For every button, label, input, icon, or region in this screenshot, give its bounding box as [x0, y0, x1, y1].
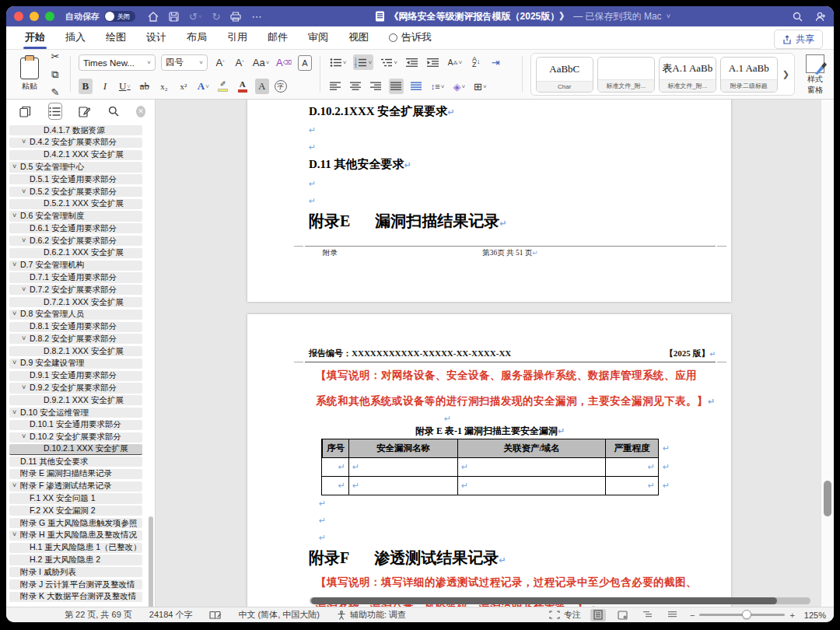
outline-item[interactable]: 附录 F 渗透测试结果记录: [9, 481, 142, 492]
outline-item[interactable]: F.2 XX 安全漏洞 2: [9, 506, 142, 516]
outline-item[interactable]: D.6 安全管理制度: [9, 211, 142, 221]
grow-font-button[interactable]: Aˆ: [213, 55, 227, 71]
chevron-down-icon[interactable]: [22, 335, 30, 343]
strikethrough-button[interactable]: ab: [138, 79, 152, 94]
chevron-down-icon[interactable]: [12, 310, 20, 318]
outline-item[interactable]: 附录 I 威胁列表: [9, 567, 142, 577]
focus-mode-button[interactable]: 专注: [549, 609, 581, 621]
cut-icon[interactable]: ✂: [48, 49, 62, 65]
accessibility-status[interactable]: 辅助功能: 调查: [337, 609, 406, 621]
table-row[interactable]: ↵ ↵ ↵ ↵: [322, 476, 658, 495]
outline-item[interactable]: D.6.2.1 XXX 安全扩展: [9, 248, 142, 258]
document-page-1[interactable]: D.10.2.1XXX 安全扩展要求↵ ↵ ↵ D.11 其他安全要求↵ ↵ ↵…: [247, 100, 731, 302]
zoom-out-icon[interactable]: −: [690, 611, 695, 620]
ribbon-tab[interactable]: 审阅: [299, 26, 338, 49]
ribbon-tab[interactable]: 告诉我: [380, 26, 441, 49]
character-shading-button[interactable]: A: [255, 79, 269, 94]
outline-item[interactable]: D.10.2 安全扩展要求部分: [9, 432, 142, 443]
underline-button[interactable]: U˅: [117, 79, 132, 94]
outline-item[interactable]: 附录 J 云计算平台测评及整改情: [9, 579, 142, 590]
justify-button[interactable]: [389, 79, 404, 94]
ribbon-tab[interactable]: 邮件: [258, 26, 297, 49]
line-spacing-button[interactable]: ↕≡˅: [429, 79, 446, 94]
chevron-down-icon[interactable]: [22, 433, 30, 441]
outline-item[interactable]: D.8 安全管理人员: [9, 310, 142, 320]
outline-item[interactable]: D.4.1.7 数据资源: [9, 125, 142, 135]
outline-item[interactable]: D.11 其他安全要求: [9, 457, 142, 467]
increase-indent-button[interactable]: [425, 54, 441, 70]
distribute-text-button[interactable]: [409, 79, 424, 94]
clear-formatting-button[interactable]: A⌫: [275, 55, 292, 71]
minimize-window-button[interactable]: [30, 12, 39, 21]
change-case-button[interactable]: Aa˅: [252, 55, 270, 71]
font-size-select[interactable]: 四号˅: [161, 54, 208, 71]
ribbon-tab[interactable]: 引用: [218, 26, 257, 49]
chevron-down-icon[interactable]: [22, 138, 30, 146]
outline-item[interactable]: D.10 安全运维管理: [9, 408, 142, 418]
outline-item[interactable]: H.1 重大风险隐患 1（已整改）: [9, 543, 142, 553]
outline-item[interactable]: D.5.2.1 XXX 安全扩展: [9, 199, 142, 209]
align-center-button[interactable]: [348, 79, 363, 94]
chevron-down-icon[interactable]: [22, 286, 30, 294]
chevron-down-icon[interactable]: [12, 482, 20, 490]
search-icon[interactable]: [793, 12, 803, 22]
outline-item[interactable]: D.5.2 安全扩展要求部分: [9, 187, 142, 197]
copy-icon[interactable]: ⧉: [48, 67, 62, 82]
italic-button[interactable]: I: [98, 79, 112, 94]
shrink-font-button[interactable]: Aˇ: [233, 55, 247, 71]
thumbnails-pane-icon[interactable]: [19, 103, 33, 120]
subscript-button[interactable]: x₂: [157, 79, 171, 94]
outline-view-button[interactable]: [640, 609, 656, 621]
zoom-slider[interactable]: − +: [690, 611, 795, 620]
zoom-track[interactable]: [699, 614, 785, 616]
outline-item[interactable]: 附录 K 大数据平台测评及整改情: [9, 592, 142, 602]
numbered-list-button[interactable]: 123˅: [353, 54, 373, 70]
paste-button[interactable]: 粘贴: [17, 58, 42, 92]
style-gallery-more-icon[interactable]: ❯: [782, 69, 789, 79]
outline-item[interactable]: D.7.2.1 XXX 安全扩展: [9, 297, 142, 307]
ribbon-tab[interactable]: 布局: [177, 26, 216, 49]
multilevel-list-button[interactable]: ˅: [379, 54, 399, 70]
presence-person-icon[interactable]: [815, 12, 826, 22]
chevron-down-icon[interactable]: [12, 212, 20, 220]
outline-item[interactable]: D.10.2.1 XXX 安全扩展: [9, 444, 142, 454]
outline-item[interactable]: D.7.1 安全通用要求部分: [9, 272, 142, 282]
outline-item[interactable]: D.4.2 安全扩展要求部分: [9, 138, 142, 148]
superscript-button[interactable]: x²: [177, 79, 191, 94]
review-pane-icon[interactable]: [78, 103, 92, 120]
word-count[interactable]: 24184 个字: [149, 609, 193, 621]
highlight-color-button[interactable]: ✐: [216, 79, 230, 94]
draft-view-button[interactable]: [665, 609, 681, 621]
style-chip[interactable]: 表A.1 AaBb 标准文件_附...: [659, 57, 716, 93]
enclose-characters-button[interactable]: 字: [275, 80, 287, 93]
redo-icon[interactable]: ↻: [212, 11, 221, 23]
vertical-scrollbar-thumb[interactable]: [824, 481, 831, 516]
home-icon[interactable]: [148, 12, 159, 22]
chevron-down-icon[interactable]: [22, 237, 30, 245]
borders-button[interactable]: ⊞˅: [472, 79, 488, 94]
document-map-pane-icon[interactable]: [48, 103, 62, 120]
outline-item[interactable]: D.8.2 安全扩展要求部分: [9, 334, 142, 344]
chevron-down-icon[interactable]: [12, 531, 20, 539]
vulnerability-table[interactable]: 序号安全漏洞名称关联资产/域名严重程度 ↵ ↵ ↵ ↵ ↵ ↵ ↵ ↵: [321, 439, 659, 495]
style-chip[interactable]: A.1 AaBb 附录二级标题: [720, 57, 778, 93]
more-commands-icon[interactable]: ⋯: [251, 11, 261, 23]
zoom-window-button[interactable]: [45, 12, 54, 21]
web-layout-view-button[interactable]: [615, 609, 631, 621]
find-pane-icon[interactable]: [107, 103, 121, 120]
format-painter-icon[interactable]: ✎: [48, 85, 62, 100]
outline-item[interactable]: D.9.2.1 XXX 安全扩展: [9, 395, 142, 405]
outline-item[interactable]: D.5 安全管理中心: [9, 162, 142, 172]
outline-item[interactable]: D.5.1 安全通用要求部分: [9, 174, 142, 184]
outline-item[interactable]: 附录 E 漏洞扫描结果记录: [9, 469, 142, 479]
chevron-down-icon[interactable]: [12, 359, 20, 367]
chevron-down-icon[interactable]: [22, 188, 30, 196]
ribbon-tab[interactable]: 视图: [339, 26, 378, 49]
undo-icon[interactable]: ↺˅: [189, 11, 202, 23]
proofing-icon[interactable]: [209, 611, 221, 620]
shading-button[interactable]: ◈˅: [451, 79, 467, 94]
zoom-level[interactable]: 125%: [804, 611, 826, 620]
outline-item[interactable]: D.8.2.1 XXX 安全扩展: [9, 346, 142, 356]
ribbon-tab[interactable]: 插入: [56, 26, 95, 49]
outline-item[interactable]: D.9 安全建设管理: [9, 359, 142, 369]
